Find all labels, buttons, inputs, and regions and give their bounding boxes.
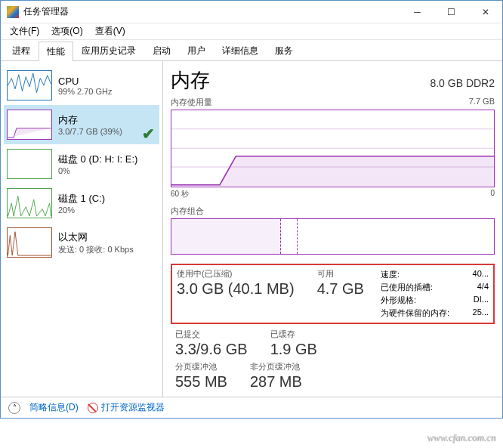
nonpaged-label: 非分页缓冲池 (250, 361, 302, 372)
tab-services[interactable]: 服务 (267, 41, 301, 60)
form-label: 外形规格: (381, 295, 416, 306)
sidebar-item-label: 以太网 (58, 230, 134, 244)
x-axis-left: 60 秒 (171, 189, 189, 199)
memory-info-table: 速度:40... 已使用的插槽:4/4 外形规格:DI... 为硬件保留的内存:… (376, 265, 493, 323)
disk-thumb-icon (7, 149, 52, 179)
disk-thumb-icon (7, 188, 52, 218)
cached-label: 已缓存 (270, 329, 317, 340)
menubar: 文件(F) 选项(O) 查看(V) (1, 23, 502, 40)
in-use-label: 使用中(已压缩) (177, 268, 295, 280)
tab-users[interactable]: 用户 (179, 41, 214, 60)
sidebar-item-label: 内存 (58, 113, 122, 127)
sidebar-item-cpu[interactable]: CPU 99% 2.70 GHz (4, 66, 159, 105)
tab-processes[interactable]: 进程 (4, 41, 39, 60)
fewer-details-link[interactable]: 简略信息(D) (29, 401, 79, 414)
memory-thumb-icon (7, 110, 52, 140)
in-use-value: 3.0 GB (40.1 MB) (177, 280, 295, 298)
sidebar: CPU 99% 2.70 GHz 内存 3.0/7.7 GB (39%) ✔ 磁… (1, 61, 163, 397)
memory-usage-chart[interactable] (171, 110, 495, 187)
cpu-thumb-icon (7, 70, 52, 100)
menu-file[interactable]: 文件(F) (5, 23, 44, 39)
x-axis-right: 0 (490, 189, 495, 199)
page-title: 内存 (171, 67, 210, 94)
memory-capacity: 8.0 GB DDR2 (430, 77, 495, 89)
available-label: 可用 (317, 268, 364, 280)
reserved-label: 为硬件保留的内存: (381, 307, 449, 319)
open-resource-monitor-link[interactable]: 打开资源监视器 (88, 401, 165, 414)
sidebar-item-sub: 3.0/7.7 GB (39%) (58, 127, 122, 136)
sidebar-item-label: CPU (58, 76, 113, 87)
sidebar-item-sub: 0% (58, 166, 137, 175)
usage-max: 7.7 GB (469, 97, 495, 108)
maximize-button[interactable]: ☐ (434, 1, 468, 23)
sidebar-item-disk1[interactable]: 磁盘 1 (C:) 20% (4, 184, 159, 223)
form-value: DI... (474, 295, 489, 306)
slots-value: 4/4 (477, 282, 489, 293)
ethernet-thumb-icon (7, 227, 52, 258)
menu-view[interactable]: 查看(V) (91, 23, 130, 39)
memory-composition-chart[interactable] (171, 218, 495, 255)
sidebar-item-disk0[interactable]: 磁盘 0 (D: H: I: E:) 0% (4, 144, 159, 184)
resource-monitor-icon (88, 403, 98, 413)
reserved-value: 25... (473, 307, 489, 319)
sidebar-item-label: 磁盘 0 (D: H: I: E:) (58, 153, 137, 166)
sidebar-item-label: 磁盘 1 (C:) (58, 192, 105, 205)
committed-label: 已提交 (175, 329, 248, 340)
cached-value: 1.9 GB (270, 341, 317, 358)
tabs: 进程 性能 应用历史记录 启动 用户 详细信息 服务 (1, 40, 502, 61)
speed-value: 40... (473, 269, 489, 280)
sidebar-item-ethernet[interactable]: 以太网 发送: 0 接收: 0 Kbps (4, 223, 159, 262)
sidebar-item-sub: 发送: 0 接收: 0 Kbps (58, 244, 134, 255)
minimize-button[interactable]: ─ (400, 1, 434, 23)
tab-performance[interactable]: 性能 (39, 42, 73, 61)
app-icon (7, 6, 19, 18)
composition-label: 内存组合 (171, 205, 495, 217)
titlebar: 任务管理器 ─ ☐ ✕ (1, 1, 502, 23)
window-title: 任务管理器 (23, 5, 400, 18)
tab-details[interactable]: 详细信息 (214, 41, 267, 60)
tab-app-history[interactable]: 应用历史记录 (73, 41, 144, 60)
close-button[interactable]: ✕ (468, 1, 502, 23)
available-value: 4.7 GB (317, 280, 364, 298)
nonpaged-value: 287 MB (250, 373, 302, 391)
slots-label: 已使用的插槽: (381, 282, 433, 293)
paged-label: 分页缓冲池 (175, 361, 227, 372)
watermark: www.cfan.com.cn (427, 431, 495, 443)
sidebar-item-sub: 20% (58, 205, 105, 215)
paged-value: 555 MB (175, 373, 227, 391)
checkmark-icon: ✔ (142, 125, 155, 143)
svg-marker-3 (171, 156, 494, 187)
committed-value: 3.3/9.6 GB (175, 341, 248, 358)
main-panel: 内存 8.0 GB DDR2 内存使用量 7.7 GB 60 秒 0 (163, 61, 502, 397)
footer: ˄ 简略信息(D) 打开资源监视器 (1, 397, 502, 418)
speed-label: 速度: (381, 269, 400, 280)
tab-startup[interactable]: 启动 (144, 41, 179, 60)
usage-label: 内存使用量 (171, 97, 212, 108)
sidebar-item-memory[interactable]: 内存 3.0/7.7 GB (39%) ✔ (4, 105, 159, 144)
menu-options[interactable]: 选项(O) (47, 23, 87, 39)
sidebar-item-sub: 99% 2.70 GHz (58, 87, 113, 96)
highlighted-stats: 使用中(已压缩) 3.0 GB (40.1 MB) 可用 4.7 GB 速度:4… (171, 264, 495, 324)
chevron-up-icon[interactable]: ˄ (8, 402, 20, 414)
